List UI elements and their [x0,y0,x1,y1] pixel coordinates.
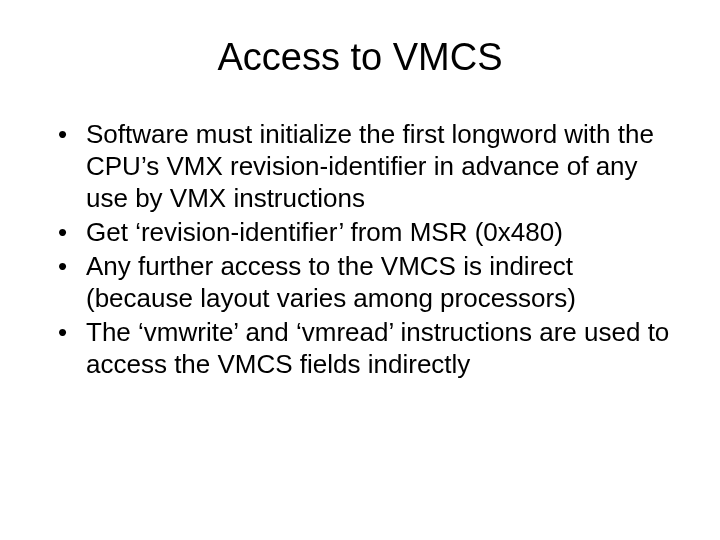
bullet-list: Software must initialize the first longw… [40,119,680,381]
bullet-item: The ‘vmwrite’ and ‘vmread’ instructions … [58,317,670,381]
slide-title: Access to VMCS [40,36,680,79]
bullet-item: Get ‘revision-identifier’ from MSR (0x48… [58,217,670,249]
bullet-item: Software must initialize the first longw… [58,119,670,215]
bullet-item: Any further access to the VMCS is indire… [58,251,670,315]
